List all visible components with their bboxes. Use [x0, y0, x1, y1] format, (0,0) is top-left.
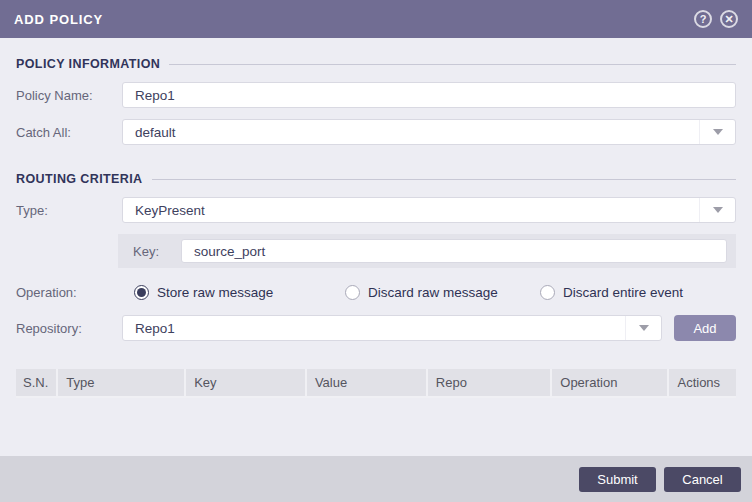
dialog-body: POLICY INFORMATION Policy Name: Catch Al… — [0, 57, 752, 398]
catch-all-label: Catch All: — [16, 125, 122, 140]
catch-all-selected-value: default — [135, 125, 699, 140]
section-routing-criteria: ROUTING CRITERIA — [16, 172, 736, 186]
radio-button-icon[interactable] — [540, 285, 555, 300]
repository-label: Repository: — [16, 321, 122, 336]
operation-radio-group: Store raw message Discard raw message Di… — [122, 285, 736, 300]
column-header-value: Value — [306, 369, 427, 397]
repository-select[interactable]: Repo1 — [122, 315, 662, 341]
type-label: Type: — [16, 203, 122, 218]
dialog-title: ADD POLICY — [14, 12, 103, 27]
radio-label: Discard raw message — [368, 285, 498, 300]
key-sub-row: Key: — [118, 234, 736, 268]
dialog-footer: Submit Cancel — [0, 456, 752, 502]
radio-button-icon[interactable] — [134, 285, 149, 300]
help-icon[interactable]: ? — [694, 10, 712, 28]
type-caret-zone — [699, 198, 735, 222]
policy-name-row: Policy Name: — [16, 82, 736, 108]
repository-row: Repository: Repo1 Add — [16, 315, 736, 341]
repository-selected-value: Repo1 — [135, 321, 625, 336]
close-icon[interactable]: ✕ — [720, 10, 738, 28]
submit-button[interactable]: Submit — [579, 467, 656, 492]
column-header-key: Key — [185, 369, 306, 397]
section-title-policy-information: POLICY INFORMATION — [16, 57, 160, 71]
key-label: Key: — [133, 244, 181, 259]
operation-row: Operation: Store raw message Discard raw… — [16, 285, 736, 300]
header-icons: ? ✕ — [694, 10, 738, 28]
operation-label: Operation: — [16, 285, 122, 300]
repository-caret-zone — [625, 316, 661, 340]
column-header-sn: S.N. — [16, 369, 57, 397]
column-header-repo: Repo — [427, 369, 551, 397]
chevron-down-icon — [713, 129, 723, 135]
add-policy-dialog: { "dialog": { "title": "ADD POLICY", "he… — [0, 0, 752, 502]
catch-all-caret-zone — [699, 120, 735, 144]
section-title-routing-criteria: ROUTING CRITERIA — [16, 172, 143, 186]
table-header-row: S.N. Type Key Value Repo Operation Actio… — [16, 369, 736, 397]
add-button[interactable]: Add — [674, 315, 736, 341]
key-input[interactable] — [181, 239, 727, 263]
column-header-operation: Operation — [551, 369, 668, 397]
radio-label: Discard entire event — [563, 285, 683, 300]
section-policy-information: POLICY INFORMATION — [16, 57, 736, 71]
section-divider — [169, 64, 736, 65]
criteria-table: S.N. Type Key Value Repo Operation Actio… — [16, 369, 736, 398]
catch-all-select[interactable]: default — [122, 119, 736, 145]
cancel-button[interactable]: Cancel — [664, 467, 741, 492]
chevron-down-icon — [713, 207, 723, 213]
column-header-type: Type — [57, 369, 185, 397]
criteria-table-header: S.N. Type Key Value Repo Operation Actio… — [16, 369, 736, 397]
policy-name-input[interactable] — [122, 82, 736, 108]
dialog-header: ADD POLICY ? ✕ — [0, 0, 752, 38]
type-select[interactable]: KeyPresent — [122, 197, 736, 223]
column-header-actions: Actions — [668, 369, 736, 397]
radio-option-store-raw-message[interactable]: Store raw message — [134, 285, 345, 300]
section-divider — [152, 179, 736, 180]
policy-name-label: Policy Name: — [16, 88, 122, 103]
type-row: Type: KeyPresent — [16, 197, 736, 223]
type-selected-value: KeyPresent — [135, 203, 699, 218]
chevron-down-icon — [639, 325, 649, 331]
radio-button-icon[interactable] — [345, 285, 360, 300]
radio-option-discard-entire-event[interactable]: Discard entire event — [540, 285, 683, 300]
radio-label: Store raw message — [157, 285, 273, 300]
catch-all-row: Catch All: default — [16, 119, 736, 145]
radio-option-discard-raw-message[interactable]: Discard raw message — [345, 285, 540, 300]
